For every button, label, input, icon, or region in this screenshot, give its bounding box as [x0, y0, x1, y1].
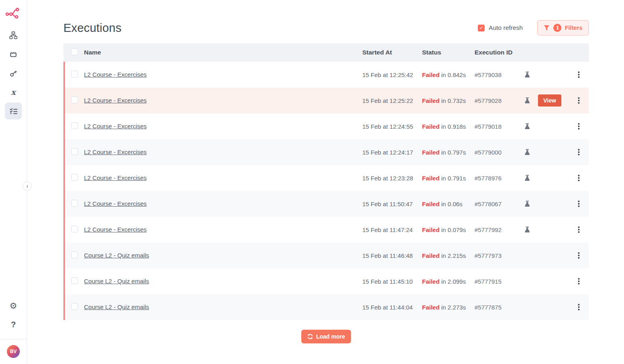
table-row[interactable]: Course L2 - Quiz emails 15 Feb at 11:44:…: [63, 294, 589, 320]
gear-icon: ⚙: [10, 301, 17, 310]
row-checkbox[interactable]: [71, 122, 78, 129]
execution-name-link[interactable]: L2 Course - Excercises: [84, 174, 147, 181]
status-duration: in 0.918s: [441, 123, 466, 130]
sidebar-item-workflows[interactable]: [5, 27, 22, 44]
status-cell: Failed in 0.797s: [422, 149, 475, 156]
retry-flask-icon: [524, 175, 530, 181]
status-label: Failed: [422, 278, 439, 285]
started-at-cell: 15 Feb at 12:24:55: [362, 123, 422, 130]
row-checkbox[interactable]: [71, 303, 78, 310]
row-checkbox[interactable]: [71, 251, 78, 258]
execution-id-cell: #5778067: [475, 201, 520, 207]
select-all-checkbox[interactable]: [71, 48, 78, 55]
execution-name-link[interactable]: L2 Course - Excercises: [84, 149, 147, 155]
table-row[interactable]: L2 Course - Excercises 15 Feb at 12:24:5…: [63, 113, 589, 139]
execution-id-cell: #5779038: [475, 71, 520, 78]
execution-name-link[interactable]: Course L2 - Quiz emails: [84, 278, 149, 285]
execution-name-link[interactable]: L2 Course - Excercises: [84, 123, 147, 130]
execution-name-link[interactable]: Course L2 - Quiz emails: [84, 252, 149, 259]
chevron-right-icon: ›: [26, 183, 28, 189]
column-header-name: Name: [84, 49, 362, 56]
table-row[interactable]: L2 Course - Excercises 15 Feb at 12:23:2…: [63, 165, 589, 191]
retry-flask-icon: [524, 123, 530, 130]
execution-id-cell: #5779000: [475, 149, 520, 156]
status-label: Failed: [422, 201, 439, 207]
filters-button[interactable]: 1 Filters: [537, 20, 589, 36]
row-menu-button[interactable]: [576, 96, 581, 105]
status-label: Failed: [422, 226, 439, 233]
row-checkbox[interactable]: [71, 226, 78, 232]
execution-id-cell: #5779018: [475, 123, 520, 130]
row-checkbox[interactable]: [71, 174, 78, 181]
started-at-cell: 15 Feb at 11:46:48: [362, 252, 422, 259]
row-menu-button[interactable]: [576, 225, 581, 234]
table-row[interactable]: Course L2 - Quiz emails 15 Feb at 11:46:…: [63, 243, 589, 268]
table-row[interactable]: L2 Course - Excercises 15 Feb at 12:25:4…: [63, 62, 589, 88]
row-menu-button[interactable]: [576, 302, 581, 312]
sidebar-expand-button[interactable]: ›: [23, 182, 32, 191]
status-duration: in 0.079s: [441, 226, 466, 233]
status-cell: Failed in 2.099s: [422, 278, 475, 285]
row-menu-button[interactable]: [576, 173, 581, 183]
row-menu-button[interactable]: [576, 70, 581, 79]
checkmark-icon: ✓: [479, 25, 483, 31]
sidebar-item-settings[interactable]: ⚙: [5, 297, 22, 314]
row-menu-button[interactable]: [576, 121, 581, 131]
row-menu-button[interactable]: [576, 251, 581, 260]
templates-box-icon: [9, 50, 17, 58]
execution-id-cell: #5777915: [475, 278, 520, 285]
column-header-started: Started At: [362, 49, 422, 56]
status-duration: in 0.06s: [441, 201, 463, 207]
executions-checklist-icon: [9, 107, 18, 115]
view-button[interactable]: View: [538, 94, 561, 107]
table-footer: Load more: [63, 330, 589, 343]
status-cell: Failed in 0.079s: [422, 226, 475, 233]
execution-name-link[interactable]: L2 Course - Excercises: [84, 71, 147, 78]
executions-table-body: L2 Course - Excercises 15 Feb at 12:25:4…: [63, 62, 589, 320]
n8n-logo[interactable]: [5, 6, 21, 19]
execution-name-link[interactable]: L2 Course - Excercises: [84, 200, 147, 207]
sidebar-item-templates[interactable]: [5, 46, 22, 63]
page-header: Executions ✓ Auto refresh 1 Filters: [63, 19, 589, 37]
row-menu-button[interactable]: [576, 199, 581, 209]
status-cell: Failed in 0.791s: [422, 175, 475, 182]
retry-flask-icon: [524, 149, 530, 155]
row-checkbox[interactable]: [71, 148, 78, 155]
load-more-button[interactable]: Load more: [301, 330, 351, 343]
table-row[interactable]: L2 Course - Excercises 15 Feb at 12:24:1…: [63, 139, 589, 165]
row-checkbox[interactable]: [71, 200, 78, 207]
sidebar-item-credentials[interactable]: [5, 65, 22, 82]
sidebar-divider: [0, 339, 27, 339]
user-avatar[interactable]: BV: [7, 345, 20, 358]
auto-refresh-checkbox[interactable]: ✓: [478, 25, 485, 31]
execution-name-link[interactable]: L2 Course - Excercises: [84, 97, 147, 104]
row-menu-button[interactable]: [576, 147, 581, 157]
table-row[interactable]: L2 Course - Excercises 15 Feb at 12:25:2…: [63, 88, 589, 113]
auto-refresh-toggle[interactable]: ✓ Auto refresh: [478, 24, 523, 31]
started-at-cell: 15 Feb at 11:44:04: [362, 304, 422, 311]
status-duration: in 0.791s: [441, 175, 466, 182]
table-row[interactable]: Course L2 - Quiz emails 15 Feb at 11:45:…: [63, 268, 589, 294]
row-checkbox[interactable]: [71, 71, 78, 77]
started-at-cell: 15 Feb at 12:25:42: [362, 71, 422, 78]
status-label: Failed: [422, 149, 439, 156]
row-checkbox[interactable]: [71, 96, 78, 103]
filter-funnel-icon: [544, 25, 550, 31]
row-checkbox[interactable]: [71, 277, 78, 284]
executions-table: Name Started At Status Execution ID L2 C…: [63, 43, 589, 320]
table-row[interactable]: L2 Course - Excercises 15 Feb at 11:50:4…: [63, 191, 589, 217]
status-duration: in 2.215s: [441, 252, 466, 259]
table-row[interactable]: L2 Course - Excercises 15 Feb at 11:47:2…: [63, 217, 589, 243]
sidebar-item-executions[interactable]: [5, 103, 22, 119]
table-header: Name Started At Status Execution ID: [63, 43, 589, 62]
row-menu-button[interactable]: [576, 276, 581, 286]
sidebar: x ⚙ ? BV: [0, 0, 27, 364]
status-cell: Failed in 0.842s: [422, 71, 475, 78]
sidebar-item-variables[interactable]: x: [5, 84, 22, 100]
sidebar-item-help[interactable]: ?: [5, 316, 22, 333]
status-duration: in 2.273s: [441, 304, 466, 311]
execution-name-link[interactable]: L2 Course - Excercises: [84, 226, 147, 233]
execution-id-cell: #5778976: [475, 175, 520, 182]
execution-name-link[interactable]: Course L2 - Quiz emails: [84, 303, 149, 310]
status-cell: Failed in 0.918s: [422, 123, 475, 130]
